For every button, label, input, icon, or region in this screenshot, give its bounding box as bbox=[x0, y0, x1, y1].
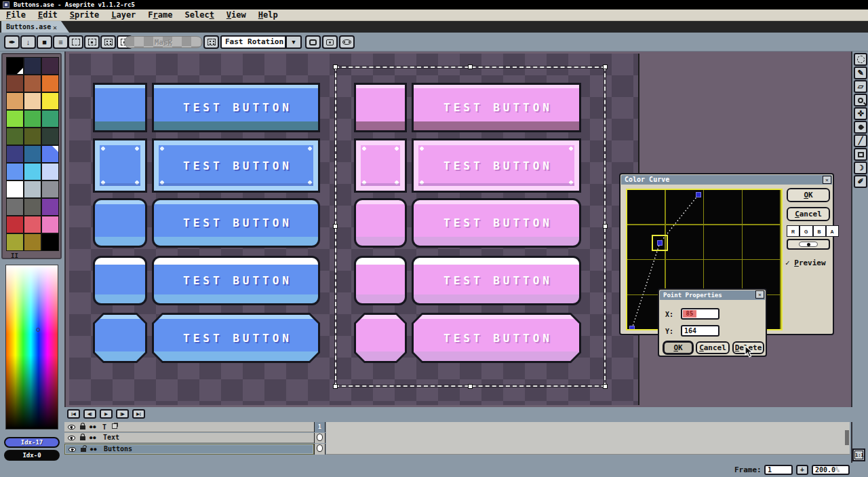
menu-item-layer[interactable]: Layer bbox=[105, 9, 142, 20]
palette-swatch[interactable] bbox=[6, 110, 24, 128]
pixel-ratio-button[interactable]: 1:1 bbox=[852, 449, 865, 461]
palette-swatch[interactable] bbox=[41, 233, 59, 251]
palette-swatch[interactable] bbox=[24, 92, 41, 110]
curve-mode-button[interactable] bbox=[787, 239, 830, 250]
palette-swatch[interactable] bbox=[6, 57, 24, 75]
foreground-color-button[interactable]: Idx-17 bbox=[4, 437, 60, 448]
palette-swatch[interactable] bbox=[41, 75, 59, 92]
sprite-area[interactable]: TEST BUTTONTEST BUTTONTEST BUTTONTEST BU… bbox=[69, 54, 639, 405]
palette-swatch[interactable] bbox=[6, 145, 24, 163]
eraser-tool-button[interactable]: ▱ bbox=[854, 80, 867, 93]
cel-cell[interactable] bbox=[314, 433, 326, 443]
last-frame-button[interactable]: ▶| bbox=[132, 409, 145, 419]
menu-item-file[interactable]: File bbox=[0, 9, 32, 20]
tab-buttons-ase[interactable]: Buttons.ase ✕ bbox=[1, 21, 69, 33]
palette-swatch[interactable] bbox=[6, 180, 24, 198]
ellipse-handles-button[interactable] bbox=[339, 35, 355, 49]
selection-handle[interactable] bbox=[333, 224, 338, 229]
dialog-title[interactable]: Color Curve bbox=[621, 175, 832, 185]
selection-handle[interactable] bbox=[603, 64, 608, 69]
menu-item-view[interactable]: View bbox=[220, 9, 252, 20]
rotation-dropdown-arrow-icon[interactable]: ▼ bbox=[285, 35, 302, 49]
selection-marquee[interactable] bbox=[335, 66, 606, 387]
palette-swatch[interactable] bbox=[24, 57, 41, 75]
grid-settings-button[interactable] bbox=[203, 35, 219, 49]
cel-cell[interactable] bbox=[314, 444, 326, 455]
linked-cels-icon[interactable]: ●● bbox=[90, 435, 96, 440]
move-tool-button[interactable]: ✜ bbox=[854, 107, 867, 120]
menu-item-sprite[interactable]: Sprite bbox=[64, 9, 105, 20]
pen-button[interactable]: ✒ bbox=[4, 35, 20, 49]
select-replace-button[interactable] bbox=[68, 35, 83, 49]
palette-swatch[interactable] bbox=[41, 180, 59, 198]
palette-swatch[interactable] bbox=[6, 216, 24, 233]
palette-swatch[interactable] bbox=[24, 110, 41, 128]
palette-swatch[interactable] bbox=[41, 92, 59, 110]
palette-swatch[interactable] bbox=[41, 57, 59, 75]
prev-frame-button[interactable]: ◀| bbox=[83, 409, 96, 419]
y-input[interactable]: 164 bbox=[681, 325, 719, 337]
linked-cels-icon[interactable]: ●● bbox=[90, 446, 97, 452]
duplicate-icon[interactable] bbox=[112, 423, 117, 429]
menu-item-frame[interactable]: Frame bbox=[142, 9, 178, 20]
palette-swatch[interactable] bbox=[24, 128, 41, 145]
spectrum-marker[interactable] bbox=[36, 328, 40, 332]
next-frame-button[interactable]: |▶ bbox=[116, 409, 129, 419]
selection-handle[interactable] bbox=[468, 384, 473, 389]
palette-swatch[interactable] bbox=[6, 198, 24, 216]
selection-handle[interactable] bbox=[333, 64, 338, 69]
select-subtract-button[interactable] bbox=[100, 35, 116, 49]
ink-tool-button[interactable] bbox=[854, 121, 867, 134]
rectangle-tool-button[interactable] bbox=[854, 148, 867, 161]
palette-swatch[interactable] bbox=[24, 163, 41, 180]
rounded-rect-button[interactable] bbox=[305, 35, 321, 49]
ok-button[interactable]: OK bbox=[663, 341, 693, 354]
x-input[interactable]: 85 bbox=[681, 308, 719, 320]
selection-handle[interactable] bbox=[603, 384, 608, 389]
palette-swatch[interactable] bbox=[41, 198, 59, 216]
menu-item-select[interactable]: Select bbox=[179, 9, 220, 20]
palette-swatch[interactable] bbox=[41, 145, 59, 163]
tab-close-icon[interactable]: ✕ bbox=[53, 22, 57, 33]
blur-tool-button[interactable]: ☽ bbox=[854, 161, 867, 174]
frame-input[interactable]: 1 bbox=[764, 465, 793, 475]
unlock-icon[interactable] bbox=[81, 448, 86, 452]
frame-column-header[interactable]: 1 bbox=[314, 422, 326, 432]
close-icon[interactable]: ✕ bbox=[755, 290, 764, 299]
linked-cels-icon[interactable]: ●● bbox=[90, 424, 96, 430]
palette-swatch[interactable] bbox=[24, 198, 41, 216]
dialog-title[interactable]: Point Properties bbox=[660, 290, 765, 300]
palette-swatch[interactable] bbox=[41, 128, 59, 145]
palette-swatch[interactable] bbox=[24, 216, 41, 233]
selection-handle[interactable] bbox=[333, 384, 338, 389]
palette-swatch[interactable] bbox=[41, 216, 59, 233]
close-icon[interactable]: ✕ bbox=[823, 176, 831, 184]
ok-button[interactable]: OK bbox=[787, 188, 830, 202]
line-tool-button[interactable]: ╱ bbox=[854, 134, 867, 147]
cancel-button[interactable]: Cancel bbox=[696, 341, 730, 354]
first-frame-button[interactable]: |◀ bbox=[67, 409, 80, 419]
spray-tool-button[interactable]: ✐ bbox=[854, 175, 867, 188]
play-button[interactable]: ▶ bbox=[100, 409, 113, 419]
color-spectrum[interactable] bbox=[5, 265, 58, 430]
palette-swatch[interactable] bbox=[6, 75, 24, 92]
select-add-button[interactable] bbox=[84, 35, 100, 49]
cancel-button[interactable]: Cancel bbox=[787, 207, 830, 221]
palette-swatch[interactable] bbox=[6, 233, 24, 251]
zoom-tool-button[interactable] bbox=[854, 94, 867, 107]
menu-lines-button[interactable]: ≡ bbox=[53, 35, 68, 49]
layer-name[interactable]: Buttons bbox=[104, 445, 132, 453]
marquee-tool-button[interactable] bbox=[854, 53, 867, 66]
lock-icon[interactable] bbox=[80, 425, 85, 430]
arrow-down-button[interactable]: ↓ bbox=[20, 35, 36, 49]
channel-r-button[interactable]: R bbox=[787, 225, 800, 237]
preview-checkbox[interactable]: ✓ Preview bbox=[785, 259, 826, 267]
add-frame-button[interactable]: + bbox=[796, 465, 808, 475]
rotation-algorithm-select[interactable]: Fast Rotation bbox=[220, 35, 286, 49]
selection-handle[interactable] bbox=[603, 224, 608, 229]
zoom-input[interactable]: 200.0% bbox=[812, 465, 850, 475]
layer-row-buttons-selected[interactable]: ●● Buttons bbox=[64, 444, 314, 455]
timeline-empty-area[interactable] bbox=[326, 422, 850, 455]
palette-swatch[interactable] bbox=[41, 163, 59, 180]
background-color-button[interactable]: Idx-0 bbox=[4, 450, 60, 461]
